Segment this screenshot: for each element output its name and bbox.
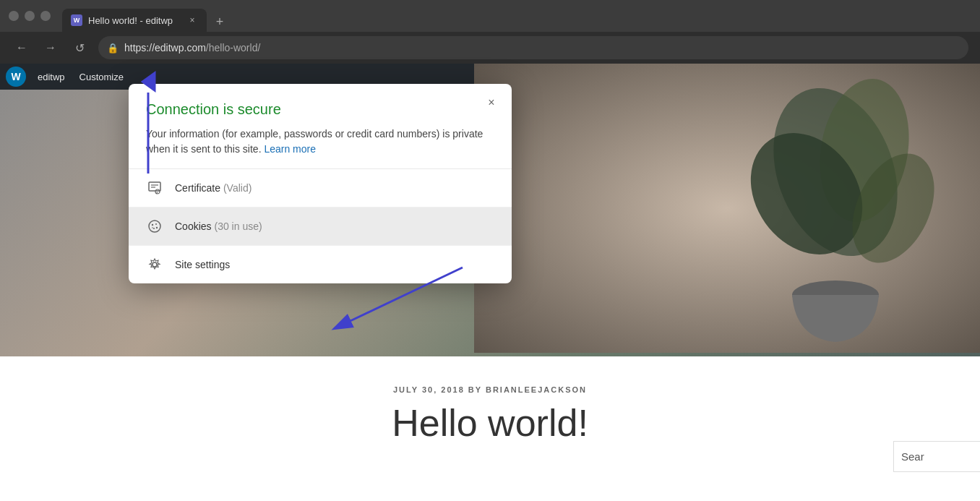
certificate-label: Certificate (Valid) <box>175 182 252 194</box>
svg-point-17 <box>152 262 157 267</box>
post-date: JULY 30, 2018 BY BRIANLEEJACKSON <box>145 385 835 394</box>
tab-bar: W Hello world! - editwp × + <box>62 0 971 32</box>
traffic-lights <box>9 11 51 21</box>
plant-illustration <box>474 64 980 353</box>
search-label: Sear <box>901 450 924 463</box>
svg-point-13 <box>155 223 157 225</box>
hero-image <box>474 64 980 353</box>
cookies-label: Cookies (30 in use) <box>175 220 262 232</box>
certificate-detail: (Valid) <box>223 182 252 194</box>
popup-description: Your information (for example, passwords… <box>146 127 494 157</box>
address-bar: ← → ↺ 🔒 https://editwp.com/hello-world/ <box>0 32 980 64</box>
tab-favicon: W <box>71 14 82 26</box>
new-tab-button[interactable]: + <box>210 12 230 32</box>
site-settings-label: Site settings <box>175 259 230 270</box>
toolbar-customize[interactable]: Customize <box>74 67 129 87</box>
toolbar-site-name[interactable]: editwp <box>32 67 71 87</box>
url-domain: https://editwp.com <box>124 42 206 53</box>
page-content: JULY 30, 2018 BY BRIANLEEJACKSON Hello w… <box>0 356 980 501</box>
popup-title: Connection is secure <box>146 101 494 118</box>
lock-icon: 🔒 <box>107 43 119 53</box>
svg-point-16 <box>152 227 153 228</box>
post-title: Hello world! <box>145 403 835 444</box>
security-popup: × Connection is secure Your information … <box>129 84 512 283</box>
site-settings-item[interactable]: Site settings <box>129 246 512 283</box>
wp-logo[interactable]: W <box>6 67 26 87</box>
maximize-traffic-light[interactable] <box>40 11 51 21</box>
svg-point-14 <box>153 228 155 229</box>
popup-close-button[interactable]: × <box>483 94 500 111</box>
title-bar: W Hello world! - editwp × + <box>0 0 980 32</box>
cookies-detail: (30 in use) <box>214 220 262 232</box>
cookies-icon <box>146 218 163 235</box>
cookies-item[interactable]: Cookies (30 in use) <box>129 207 512 246</box>
svg-point-11 <box>149 220 160 232</box>
forward-button[interactable]: → <box>40 38 61 58</box>
close-traffic-light[interactable] <box>9 11 19 21</box>
browser-chrome: W Hello world! - editwp × + ← → ↺ 🔒 http… <box>0 0 980 64</box>
tab-title: Hello world! - editwp <box>88 15 181 26</box>
certificate-item[interactable]: Certificate (Valid) <box>129 169 512 207</box>
learn-more-link[interactable]: Learn more <box>264 143 316 155</box>
back-button[interactable]: ← <box>12 38 32 58</box>
site-settings-icon <box>146 256 163 273</box>
certificate-icon <box>146 179 163 197</box>
reload-button[interactable]: ↺ <box>69 38 90 58</box>
tab-close-button[interactable]: × <box>186 14 198 26</box>
popup-header: × Connection is secure Your information … <box>129 84 512 169</box>
url-text: https://editwp.com/hello-world/ <box>124 42 260 53</box>
search-widget[interactable]: Sear <box>893 441 980 472</box>
svg-point-9 <box>155 189 160 194</box>
svg-point-15 <box>156 227 158 228</box>
browser-tab[interactable]: W Hello world! - editwp × <box>62 9 207 32</box>
minimize-traffic-light[interactable] <box>25 11 35 21</box>
url-bar[interactable]: 🔒 https://editwp.com/hello-world/ <box>98 36 968 59</box>
url-path: /hello-world/ <box>206 42 260 53</box>
popup-items-list: Certificate (Valid) Cookies (30 in use) <box>129 169 512 283</box>
svg-point-12 <box>152 224 153 226</box>
